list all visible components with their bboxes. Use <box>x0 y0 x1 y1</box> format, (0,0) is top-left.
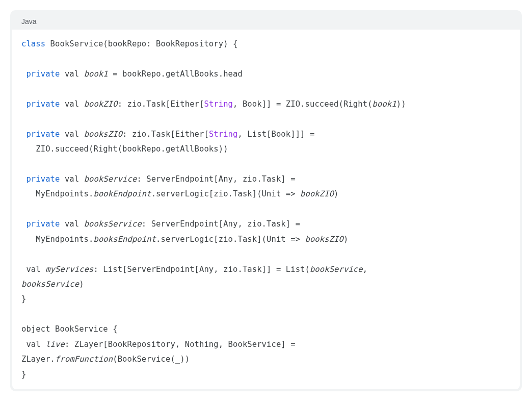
code-line: } <box>21 294 26 304</box>
code-text: ZIO.succeed(Right(bookRepo.getAllBooks)) <box>36 144 228 154</box>
code-text: val <box>26 340 45 349</box>
identifier: bookZIO <box>300 189 334 198</box>
code-text: val <box>60 99 84 109</box>
code-text: .serverLogic[zio.Task](Unit => <box>151 189 300 198</box>
code-line: ZIO.succeed(Right(bookRepo.getAllBooks)) <box>21 144 228 154</box>
keyword: private <box>26 174 60 184</box>
code-text: : ServerEndpoint[Any, zio.Task] = <box>137 174 295 184</box>
identifier: book1 <box>373 99 396 109</box>
code-line: val myServices: List[ServerEndpoint[Any,… <box>21 265 373 274</box>
code-line: private val bookZIO: zio.Task[Either[Str… <box>21 99 406 109</box>
code-text: MyEndpoints. <box>36 189 93 198</box>
type: String <box>204 99 233 109</box>
code-text: val <box>60 174 84 184</box>
identifier: book1 <box>84 69 108 79</box>
code-line: class BookService(bookRepo: BookReposito… <box>21 39 237 48</box>
indent <box>21 144 36 154</box>
code-text: ) <box>79 280 84 289</box>
code-line: object BookService { <box>21 324 118 334</box>
identifier: booksService <box>21 280 79 289</box>
keyword: private <box>26 69 60 79</box>
identifier: bookEndpoint <box>93 189 151 198</box>
identifier: myServices <box>45 265 93 274</box>
code-text: , Book]] = ZIO.succeed(Right( <box>233 99 373 109</box>
code-text: val <box>26 265 45 274</box>
code-text: : ServerEndpoint[Any, zio.Task] = <box>142 219 300 229</box>
identifier: bookService <box>310 265 363 274</box>
code-body[interactable]: class BookService(bookRepo: BookReposito… <box>12 30 520 389</box>
code-line: MyEndpoints.bookEndpoint.serverLogic[zio… <box>21 189 339 198</box>
code-text: (BookService(_)) <box>113 355 190 364</box>
code-line: private val book1 = bookRepo.getAllBooks… <box>21 69 243 79</box>
code-text: val <box>60 130 84 139</box>
code-text: val <box>60 69 84 79</box>
code-text: ) <box>334 189 338 198</box>
code-text: ZLayer. <box>21 355 55 364</box>
code-text: : zio.Task[Either[ <box>122 130 209 139</box>
code-text: ) <box>343 235 348 244</box>
code-text: , <box>363 265 373 274</box>
code-text: : zio.Task[Either[ <box>118 99 204 109</box>
identifier: booksEndpoint <box>93 235 156 244</box>
identifier: booksZIO <box>305 235 343 244</box>
code-text: MyEndpoints. <box>36 235 93 244</box>
code-text: : ZLayer[BookRepository, Nothing, BookSe… <box>65 340 300 349</box>
identifier: booksZIO <box>84 130 122 139</box>
code-text: = bookRepo.getAllBooks.head <box>108 69 243 79</box>
keyword: private <box>26 130 60 139</box>
identifier: live <box>45 340 65 349</box>
code-line: } <box>21 370 26 379</box>
identifier: bookZIO <box>84 99 118 109</box>
identifier: bookService <box>84 174 137 184</box>
indent <box>21 189 36 198</box>
code-line: private val booksZIO: zio.Task[Either[St… <box>21 130 314 139</box>
code-line: MyEndpoints.booksEndpoint.serverLogic[zi… <box>21 235 348 244</box>
type: String <box>209 130 238 139</box>
code-text: : List[ServerEndpoint[Any, zio.Task]] = … <box>94 265 310 274</box>
keyword: class <box>21 39 45 48</box>
indent <box>21 235 36 244</box>
code-line: booksService) <box>21 280 84 289</box>
code-text: .serverLogic[zio.Task](Unit => <box>156 235 305 244</box>
code-language-label: Java <box>10 10 522 30</box>
code-line: private val booksService: ServerEndpoint… <box>21 219 300 229</box>
code-card: Java class BookService(bookRepo: BookRep… <box>10 10 522 391</box>
code-line: ZLayer.fromFunction(BookService(_)) <box>21 355 190 364</box>
identifier: fromFunction <box>55 355 113 364</box>
identifier: booksService <box>84 219 142 229</box>
code-text: val <box>60 219 84 229</box>
code-line: val live: ZLayer[BookRepository, Nothing… <box>21 340 300 349</box>
code-line: private val bookService: ServerEndpoint[… <box>21 174 296 184</box>
keyword: private <box>26 99 60 109</box>
keyword: private <box>26 219 60 229</box>
code-text: )) <box>396 99 406 109</box>
code-text: , List[Book]]] = <box>237 130 314 139</box>
code-text: BookService(bookRepo: BookRepository) { <box>45 39 237 48</box>
